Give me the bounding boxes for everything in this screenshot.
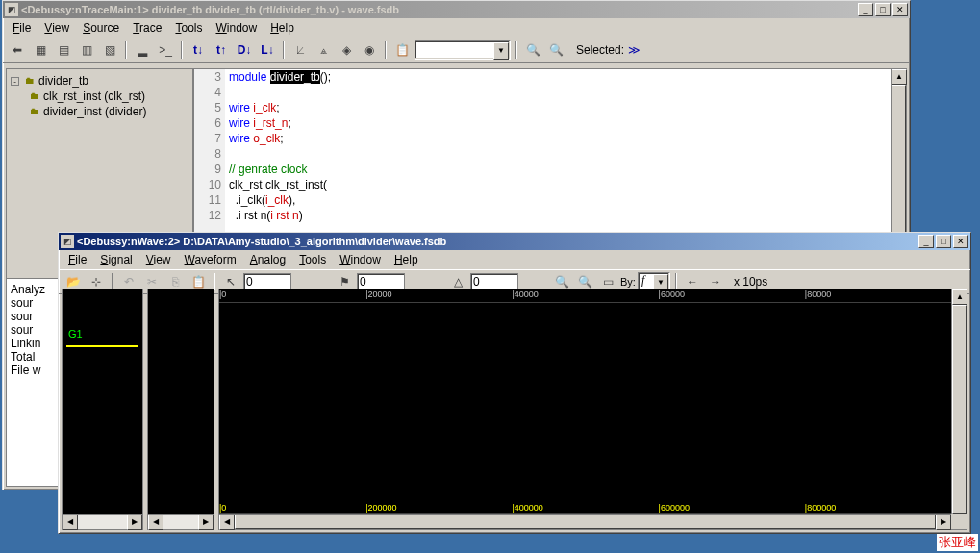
- app-icon: ◩: [61, 235, 74, 248]
- window-controls: _ □ ✕: [917, 235, 968, 248]
- maximize-button[interactable]: □: [875, 3, 891, 16]
- toolbar-btn[interactable]: t↑: [211, 40, 232, 60]
- menu-help[interactable]: Help: [389, 251, 424, 268]
- module-icon: 🖿: [23, 75, 37, 87]
- menu-signal[interactable]: Signal: [94, 251, 138, 268]
- signal-group[interactable]: G1: [63, 322, 142, 345]
- tree-item[interactable]: 🖿divider_inst (divider): [11, 104, 188, 119]
- menu-window[interactable]: Window: [334, 251, 387, 268]
- menu-view[interactable]: View: [38, 19, 75, 37]
- toolbar-btn[interactable]: D↓: [234, 40, 255, 60]
- menu-tools[interactable]: Tools: [169, 19, 208, 37]
- scroll-up-icon[interactable]: ▲: [892, 69, 907, 85]
- menu-help[interactable]: Help: [264, 19, 300, 37]
- toolbar-btn[interactable]: ▦: [30, 40, 51, 60]
- time-ruler-top: |0|20000|40000|60000|80000: [219, 289, 951, 303]
- time-ruler-bottom: |0|200000|400000|600000|800000: [219, 500, 951, 514]
- menu-source[interactable]: Source: [77, 19, 125, 37]
- close-button[interactable]: ✕: [892, 3, 908, 16]
- menu-file[interactable]: File: [7, 19, 37, 37]
- timeunit-label: x 10ps: [734, 275, 767, 289]
- wave-hscroll[interactable]: ◀▶: [219, 514, 951, 529]
- maximize-button[interactable]: □: [936, 235, 951, 248]
- signal-name-pane[interactable]: G1 ◀▶: [62, 289, 143, 530]
- nwave-titlebar[interactable]: ◩ <Debussy:nWave:2> D:\DATA\Amy-studio\_…: [59, 233, 970, 250]
- toolbar-btn[interactable]: ⟁: [313, 40, 334, 60]
- minimize-button[interactable]: _: [858, 3, 873, 16]
- toolbar-btn[interactable]: ▥: [76, 40, 97, 60]
- menu-analog[interactable]: Analog: [244, 251, 291, 268]
- toolbar-btn[interactable]: ⬅: [7, 40, 28, 60]
- find-next-icon[interactable]: 🔍: [545, 40, 566, 60]
- ntrace-title: <Debussy:nTraceMain:1> divider_tb divide…: [21, 4, 856, 15]
- chevron-right-icon[interactable]: ≫: [628, 43, 641, 57]
- menu-view[interactable]: View: [140, 251, 177, 268]
- toolbar-btn[interactable]: >_: [155, 40, 176, 60]
- app-icon: ◩: [5, 3, 18, 16]
- ntrace-menubar: FileViewSourceTraceToolsWindowHelp: [3, 18, 910, 38]
- toolbar-btn[interactable]: t↓: [188, 40, 209, 60]
- toolbar-btn[interactable]: ◉: [359, 40, 380, 60]
- sig-hscroll[interactable]: ◀▶: [63, 514, 142, 529]
- ntrace-toolbar: ⬅ ▦ ▤ ▥ ▧ ▂ >_ t↓ t↑ D↓ L↓ ⟀ ⟁ ◈ ◉ 📋 🔍 🔍…: [3, 38, 910, 63]
- tree-root[interactable]: - 🖿 divider_tb: [11, 73, 188, 88]
- minimize-button[interactable]: _: [918, 235, 934, 248]
- toolbar-btn[interactable]: ▧: [99, 40, 120, 60]
- instance-icon: 🖿: [28, 90, 41, 102]
- selected-label: Selected: ≫: [576, 43, 641, 57]
- toolbar-btn[interactable]: ◈: [336, 40, 357, 60]
- nwave-menubar: FileSignalViewWaveformAnalogToolsWindowH…: [59, 250, 970, 269]
- nwave-title: <Debussy:nWave:2> D:\DATA\Amy-studio\_3_…: [77, 236, 917, 247]
- instance-icon: 🖿: [28, 106, 41, 117]
- watermark: 张亚峰: [937, 534, 978, 551]
- menu-trace[interactable]: Trace: [127, 19, 167, 37]
- toolbar-btn[interactable]: ▂: [132, 40, 153, 60]
- menu-waveform[interactable]: Waveform: [179, 251, 242, 268]
- toolbar-combo[interactable]: [415, 40, 511, 60]
- window-controls: _ □ ✕: [856, 3, 908, 16]
- ntrace-titlebar[interactable]: ◩ <Debussy:nTraceMain:1> divider_tb divi…: [3, 1, 910, 18]
- menu-tools[interactable]: Tools: [293, 251, 332, 268]
- val-hscroll[interactable]: ◀▶: [148, 514, 214, 529]
- close-button[interactable]: ✕: [953, 235, 968, 248]
- signal-value-pane[interactable]: ◀▶: [147, 289, 214, 530]
- clipboard-icon[interactable]: 📋: [391, 40, 413, 60]
- toolbar-btn[interactable]: ▤: [53, 40, 74, 60]
- toolbar-btn[interactable]: ⟀: [289, 40, 311, 60]
- find-icon[interactable]: 🔍: [522, 40, 543, 60]
- menu-file[interactable]: File: [63, 251, 92, 268]
- expand-icon[interactable]: -: [11, 77, 19, 86]
- waveform-pane[interactable]: |0|20000|40000|60000|80000 |0|200000|400…: [218, 289, 967, 530]
- nwave-window: ◩ <Debussy:nWave:2> D:\DATA\Amy-studio\_…: [58, 232, 971, 534]
- wave-vscroll[interactable]: ▲▼: [951, 289, 967, 529]
- toolbar-btn[interactable]: L↓: [257, 40, 278, 60]
- tree-item[interactable]: 🖿clk_rst_inst (clk_rst): [11, 88, 188, 104]
- menu-window[interactable]: Window: [210, 19, 263, 37]
